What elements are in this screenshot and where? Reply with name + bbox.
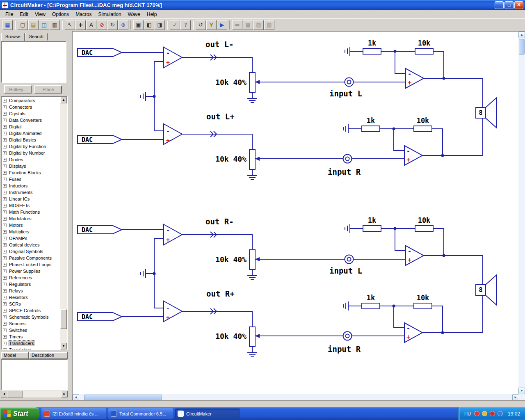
- expand-plus-icon[interactable]: [3, 296, 7, 299]
- tree-item[interactable]: Power Supplies: [2, 268, 67, 274]
- scroll-right-icon[interactable]: [512, 394, 519, 401]
- menu-item[interactable]: Options: [49, 11, 72, 18]
- antivirus-icon[interactable]: [490, 411, 495, 416]
- expand-plus-icon[interactable]: [3, 119, 7, 122]
- zoom-tool[interactable]: ⊕: [118, 20, 128, 30]
- menu-item[interactable]: Macros: [72, 11, 95, 18]
- sidebar-horizontal-scrollbar[interactable]: [1, 391, 68, 397]
- schematic-editor-canvas[interactable]: - + - + - + - + DAC DAC 10k 40% 10k 40% …: [72, 31, 525, 400]
- tab-search[interactable]: Search: [25, 33, 48, 41]
- run-simulation[interactable]: ▶: [217, 20, 227, 30]
- label-out-l-minus[interactable]: out L-: [205, 40, 234, 49]
- tree-item[interactable]: Multipliers: [2, 228, 67, 235]
- tree-item[interactable]: Relays: [2, 288, 67, 294]
- open-document[interactable]: ▤: [28, 20, 39, 30]
- tree-item[interactable]: Instruments: [2, 189, 67, 196]
- scroll-left-icon[interactable]: [73, 394, 79, 401]
- expand-plus-icon[interactable]: [3, 178, 7, 181]
- security-alert-icon[interactable]: [474, 411, 479, 416]
- text-tool[interactable]: A: [86, 20, 96, 30]
- expand-plus-icon[interactable]: [3, 237, 7, 240]
- tree-scrollbar[interactable]: [60, 97, 67, 349]
- tree-scrollbar-thumb[interactable]: [60, 309, 67, 329]
- scroll-right-icon[interactable]: [61, 391, 68, 397]
- expand-plus-icon[interactable]: [3, 263, 7, 267]
- scroll-down-icon[interactable]: [60, 343, 67, 349]
- expand-plus-icon[interactable]: [3, 145, 7, 148]
- tree-item[interactable]: Transducers: [2, 340, 67, 347]
- description-column-header[interactable]: Description: [29, 352, 68, 359]
- split-view[interactable]: ◨: [155, 20, 165, 30]
- tree-item[interactable]: Timers: [2, 333, 67, 340]
- tree-item[interactable]: Original Symbols: [2, 248, 67, 255]
- tree-item[interactable]: Transistors: [2, 347, 67, 350]
- arrow-tool[interactable]: ↖: [65, 20, 75, 30]
- expand-plus-icon[interactable]: [3, 184, 7, 188]
- right-channel-circuit[interactable]: [78, 216, 497, 357]
- language-indicator[interactable]: HU: [464, 411, 471, 416]
- tree-item[interactable]: Switches: [2, 327, 67, 333]
- help[interactable]: ?: [180, 20, 191, 30]
- tree-item[interactable]: Displays: [2, 163, 67, 169]
- start-button[interactable]: Start: [0, 407, 39, 420]
- expand-plus-icon[interactable]: [3, 342, 7, 345]
- tree-item[interactable]: References: [2, 274, 67, 281]
- expand-plus-icon[interactable]: [3, 191, 7, 194]
- horizontal-scrollbar-thumb[interactable]: [84, 395, 162, 400]
- part-browser[interactable]: ▦: [2, 20, 13, 30]
- vertical-scrollbar-thumb[interactable]: [519, 39, 525, 55]
- probe-tool[interactable]: Y: [206, 20, 217, 30]
- expand-plus-icon[interactable]: [3, 230, 7, 234]
- menu-item[interactable]: Edit: [16, 11, 32, 18]
- scroll-left-icon[interactable]: [1, 391, 7, 397]
- expand-plus-icon[interactable]: [3, 125, 7, 129]
- expand-plus-icon[interactable]: [3, 289, 7, 293]
- tree-item[interactable]: Schematic Symbols: [2, 314, 67, 320]
- tree-item[interactable]: Linear ICs: [2, 196, 67, 202]
- expand-plus-icon[interactable]: [3, 269, 7, 273]
- tree-item[interactable]: Digital Basics: [2, 137, 67, 143]
- clock[interactable]: 19:02: [508, 411, 520, 417]
- fit-page[interactable]: ▣: [133, 20, 144, 30]
- delete-tool[interactable]: ⊘: [97, 20, 107, 30]
- place-button[interactable]: Place: [34, 85, 62, 94]
- tree-item[interactable]: Data Converters: [2, 117, 67, 123]
- display-icon[interactable]: [498, 411, 503, 416]
- menu-item[interactable]: Help: [144, 11, 160, 18]
- tree-item[interactable]: Inductors: [2, 183, 67, 189]
- expand-plus-icon[interactable]: [3, 105, 7, 109]
- new-window[interactable]: ▬: [232, 20, 242, 30]
- maximize-button[interactable]: [504, 1, 514, 9]
- tree-item[interactable]: MOSFETs: [2, 202, 67, 209]
- sidebar-splitter[interactable]: [69, 31, 72, 400]
- tree-item[interactable]: Regulators: [2, 281, 67, 288]
- expand-plus-icon[interactable]: [3, 302, 7, 306]
- tree-item[interactable]: Modulators: [2, 215, 67, 222]
- hotkey-button[interactable]: Hotkey...: [4, 85, 32, 94]
- menu-item[interactable]: Simulation: [95, 11, 125, 18]
- digital-analog-toggle[interactable]: ✓: [170, 20, 180, 30]
- tree-item[interactable]: Digital: [2, 123, 67, 130]
- scroll-up-icon[interactable]: [60, 97, 67, 103]
- expand-plus-icon[interactable]: [3, 158, 7, 162]
- expand-plus-icon[interactable]: [3, 217, 7, 221]
- scroll-down-icon[interactable]: [518, 388, 525, 394]
- expand-plus-icon[interactable]: [3, 138, 7, 142]
- expand-plus-icon[interactable]: [3, 132, 7, 135]
- sidebar-scrollbar-thumb[interactable]: [7, 391, 23, 397]
- tree-item[interactable]: Diodes: [2, 156, 67, 163]
- expand-plus-icon[interactable]: [3, 197, 7, 201]
- expand-plus-icon[interactable]: [3, 309, 7, 313]
- tree-item[interactable]: Digital Animated: [2, 130, 67, 137]
- tree-item[interactable]: SPICE Controls: [2, 307, 67, 314]
- tree-item[interactable]: Digital by Number: [2, 150, 67, 156]
- expand-plus-icon[interactable]: [3, 315, 7, 319]
- tree-item[interactable]: Phase-Locked Loops: [2, 261, 67, 268]
- wire-tool[interactable]: +: [75, 20, 86, 30]
- expand-plus-icon[interactable]: [3, 151, 7, 155]
- new-document[interactable]: ▢: [18, 20, 28, 30]
- expand-plus-icon[interactable]: [3, 210, 7, 214]
- expand-plus-icon[interactable]: [3, 348, 7, 351]
- tree-item[interactable]: Resistors: [2, 294, 67, 301]
- expand-plus-icon[interactable]: [3, 335, 7, 339]
